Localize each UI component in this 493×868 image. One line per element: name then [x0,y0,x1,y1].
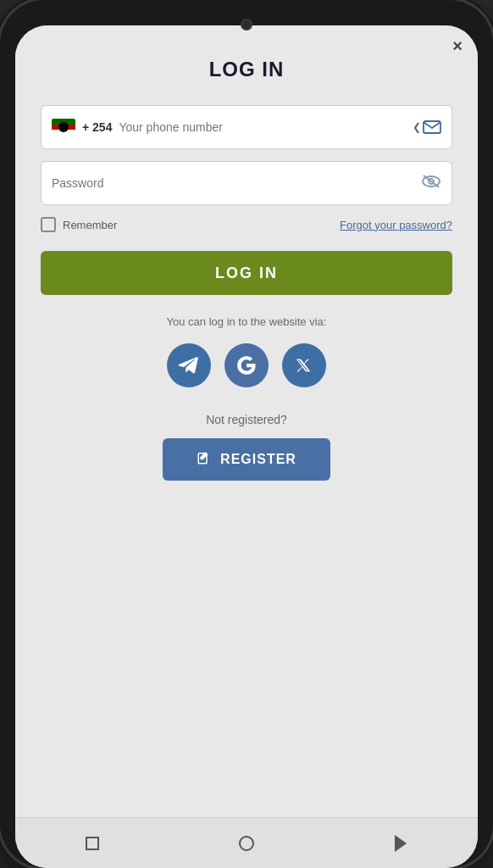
phone-frame: × LOG IN + 254 ❮ [0,0,493,868]
country-flag [52,119,75,136]
social-icons-group [167,343,326,387]
screen: × LOG IN + 254 ❮ [15,25,478,868]
telegram-login-button[interactable] [167,343,211,387]
x-icon [295,356,313,375]
phone-input-group[interactable]: + 254 ❮ [41,105,452,149]
switch-to-email-button[interactable]: ❮ [413,120,441,134]
remember-row: Remember Forgot your password? [41,217,452,232]
square-icon [86,837,99,850]
eye-slash-icon [421,174,441,189]
email-icon [423,120,441,134]
password-input[interactable] [52,176,421,190]
remember-left: Remember [41,217,117,232]
country-code: + 254 [82,120,112,134]
forgot-password-link[interactable]: Forgot your password? [340,219,452,231]
screen-content: × LOG IN + 254 ❮ [15,25,478,817]
triangle-icon [395,835,407,852]
page-title: LOG IN [209,58,285,81]
x-login-button[interactable] [282,343,326,387]
social-login-text: You can log in to the website via: [167,315,327,328]
pencil-square-icon [197,450,212,465]
remember-checkbox[interactable] [41,217,56,232]
google-login-button[interactable] [224,343,269,387]
nav-recent-button[interactable] [384,826,418,860]
login-button[interactable]: LOG IN [41,251,452,295]
phone-input[interactable] [119,120,413,134]
bottom-navigation [15,817,478,868]
nav-home-button[interactable] [230,826,263,860]
register-icon [197,450,212,469]
password-input-group[interactable] [41,161,452,205]
notch [241,19,252,31]
register-button[interactable]: REGISTER [163,438,330,481]
remember-label: Remember [63,219,117,231]
toggle-password-icon[interactable] [421,174,441,193]
telegram-icon [178,354,200,376]
circle-icon [239,836,254,851]
nav-back-button[interactable] [75,826,109,860]
chevron-left-icon: ❮ [413,121,421,133]
not-registered-text: Not registered? [206,413,287,426]
register-label: REGISTER [220,452,296,467]
google-icon [235,354,258,376]
close-button[interactable]: × [452,37,463,54]
